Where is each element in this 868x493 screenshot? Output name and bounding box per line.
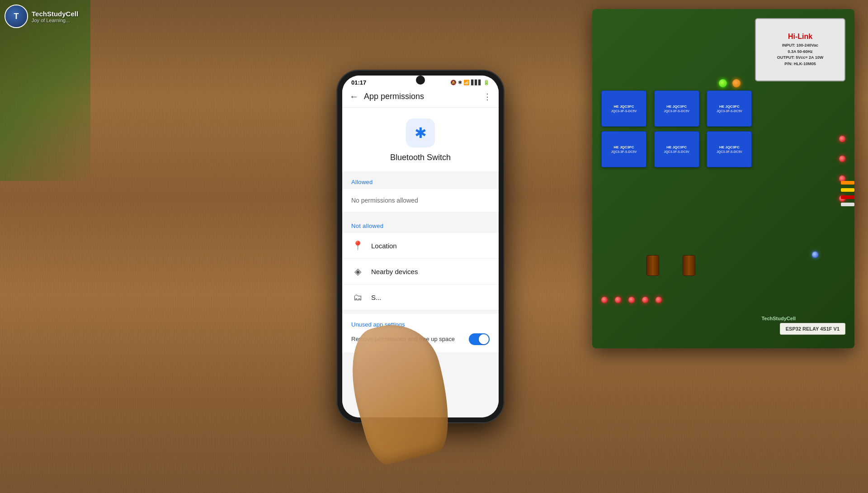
led-red-bot-4 (642, 297, 648, 303)
not-allowed-section-header: Not allowed (342, 215, 499, 233)
relay-label-3: HE JQC3FC (719, 104, 740, 109)
relay-module-4: HE JQC3FC JQC3-3F-S-DC5V (601, 131, 646, 167)
relay-module-1: HE JQC3FC JQC3-3F-S-DC5V (601, 90, 646, 127)
signal-icon: ▋▋▋ (471, 80, 482, 85)
channel-info: TechStudyCell Joy of Learning... (32, 10, 78, 23)
avatar-inner: T (5, 5, 27, 27)
remove-permissions-toggle[interactable] (469, 333, 490, 345)
channel-logo: T TechStudyCell Joy of Learning... (5, 5, 78, 28)
relay-label-1: HE JQC3FC (614, 104, 634, 109)
relay-module-3: HE JQC3FC JQC3-3F-S-DC5V (707, 90, 752, 127)
relay-sub-6: JQC3-3F-S-DC5V (717, 150, 742, 153)
wire-white (841, 203, 854, 206)
led-red-1 (839, 136, 845, 142)
location-label: Location (371, 242, 397, 250)
relay-grid: HE JQC3FC JQC3-3F-S-DC5V HE JQC3FC JQC3-… (601, 90, 755, 167)
channel-subtitle: Joy of Learning... (32, 18, 78, 23)
hilink-module: Hi-Link INPUT: 100-240Vac 0.3A 50-60Hz O… (755, 18, 845, 81)
avatar-letter: T (14, 12, 19, 21)
relay-sub-1: JQC3-3F-S-DC5V (611, 109, 637, 113)
channel-name: TechStudyCell (32, 10, 78, 18)
back-button[interactable]: ← (349, 91, 359, 102)
more-menu-button[interactable]: ⋮ (483, 92, 491, 102)
capacitor-2 (683, 255, 695, 276)
red-leds-column (839, 136, 845, 202)
app-bar: ← App permissions ⋮ (342, 88, 499, 108)
bluetooth-icon: ✱ (415, 124, 427, 142)
relay-module-6: HE JQC3FC JQC3-3F-S-DC5V (707, 131, 752, 167)
wire-red (841, 195, 854, 199)
camera-notch (416, 76, 425, 85)
wire-yellow (841, 188, 854, 192)
capacitor-1 (646, 255, 659, 276)
bottom-red-leds (601, 297, 662, 303)
circuit-board: Hi-Link INPUT: 100-240Vac 0.3A 50-60Hz O… (592, 9, 854, 348)
led-relay-orange (732, 79, 741, 87)
led-red-2 (839, 156, 845, 162)
relay-label-6: HE JQC3FC (719, 145, 740, 149)
allowed-empty-text: No permissions allowed (351, 197, 418, 204)
hilink-text: INPUT: 100-240Vac 0.3A 50-60Hz OUTPUT: 5… (777, 43, 823, 67)
unused-title: Unused app settings (351, 321, 490, 328)
nearby-label: Nearby devices (371, 268, 418, 275)
relay-sub-5: JQC3-3F-S-DC5V (664, 150, 689, 153)
led-red-bot-3 (628, 297, 635, 303)
relay-sub-3: JQC3-3F-S-DC5V (717, 109, 742, 113)
relay-sub-4: JQC3-3F-S-DC5V (611, 150, 637, 153)
phone-outer: 01:17 🔕 ✱ 📶 ▋▋▋ 🔋 ← App permissions ⋮ ✱ (337, 70, 504, 423)
relay-label-2: HE JQC3FC (666, 104, 687, 109)
circuit-board-inner: Hi-Link INPUT: 100-240Vac 0.3A 50-60Hz O… (592, 9, 854, 348)
relay-label-5: HE JQC3FC (666, 145, 687, 149)
allowed-empty-section: No permissions allowed (342, 189, 499, 212)
led-red-bot-2 (615, 297, 621, 303)
app-icon-circle: ✱ (406, 119, 435, 147)
permission-item-nearby[interactable]: ◈ Nearby devices (342, 259, 499, 284)
led-red-bot-1 (601, 297, 608, 303)
storage-icon: 🗂 (351, 291, 364, 303)
hilink-logo: Hi-Link (788, 33, 812, 41)
wire-orange (841, 181, 854, 185)
storage-label: S... (371, 294, 382, 301)
app-bar-title: App permissions (364, 92, 478, 101)
battery-icon: 🔋 (483, 80, 490, 85)
studycell-watermark: TechStudyCell (761, 316, 796, 321)
status-icons: 🔕 ✱ 📶 ▋▋▋ 🔋 (450, 80, 490, 85)
bluetooth-status-icon: ✱ (458, 80, 462, 85)
esp32-label: ESP32 RELAY 4S1F V1 (780, 323, 845, 335)
relay-sub-2: JQC3-3F-S-DC5V (664, 109, 689, 113)
allowed-section-header: Allowed (342, 171, 499, 189)
led-blue (812, 251, 818, 258)
nearby-icon: ◈ (351, 265, 364, 278)
app-icon-area: ✱ Bluetooth Switch (342, 108, 499, 171)
led-power-green (719, 79, 727, 87)
wifi-icon: 📶 (463, 80, 470, 85)
relay-label-4: HE JQC3FC (614, 145, 634, 149)
location-icon: 📍 (351, 239, 364, 252)
permission-item-location[interactable]: 📍 Location (342, 233, 499, 259)
channel-avatar: T (5, 5, 28, 28)
relay-module-2: HE JQC3FC JQC3-3F-S-DC5V (654, 90, 699, 127)
toggle-knob (479, 334, 489, 344)
app-name: Bluetooth Switch (390, 153, 451, 162)
status-time: 01:17 (351, 79, 366, 86)
led-red-bot-5 (656, 297, 662, 303)
silent-icon: 🔕 (450, 80, 457, 85)
relay-module-5: HE JQC3FC JQC3-3F-S-DC5V (654, 131, 699, 167)
permission-item-storage[interactable]: 🗂 S... (342, 284, 499, 310)
phone: 01:17 🔕 ✱ 📶 ▋▋▋ 🔋 ← App permissions ⋮ ✱ (337, 70, 504, 423)
